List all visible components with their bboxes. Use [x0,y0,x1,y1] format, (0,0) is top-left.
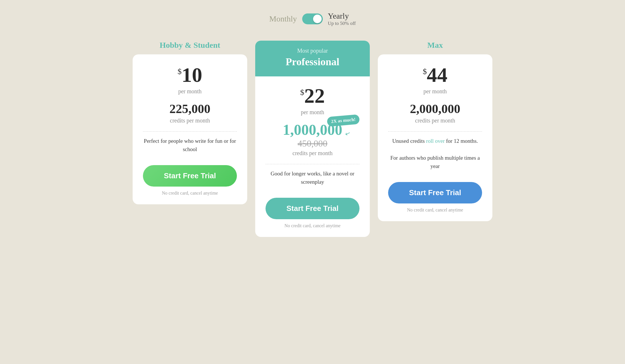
plan-professional-amount: 22 [304,86,325,106]
plan-max-credits-label: credits per month [410,117,460,124]
yearly-label: Yearly [328,11,349,21]
plan-hobby-price-row: $ 10 [178,65,202,85]
plan-max-period: per month [423,88,447,95]
plan-hobby-cta[interactable]: Start Free Trial [143,165,237,187]
plan-professional-most-popular: Most popular [261,48,364,54]
plan-max-price-row: $ 44 [423,65,447,85]
plan-professional-card: $ 22 per month 1,000,000 450,000 credits… [255,76,370,237]
plan-hobby-dollar: $ [178,67,182,76]
plan-professional-divider [266,164,359,164]
plan-professional: Most popular Professional $ 22 per month… [255,41,370,237]
plan-max-description: Unused credits roll over for 12 months. … [388,137,482,171]
plan-hobby-credits-main: 225,000 [170,102,211,116]
plan-professional-header: Most popular Professional [255,41,370,76]
plan-professional-dollar: $ [300,88,304,97]
rollover-link[interactable]: roll over [426,138,445,144]
plan-max-card: $ 44 per month 2,000,000 credits per mon… [378,54,492,221]
plan-professional-cta[interactable]: Start Free Trial [266,198,359,219]
plan-hobby-card: $ 10 per month 225,000 credits per month… [133,54,247,204]
plan-hobby-period: per month [178,88,202,95]
plan-max-credits: 2,000,000 credits per month [410,102,460,124]
plan-hobby-description: Perfect for people who write for fun or … [143,137,237,154]
yearly-group: Yearly Up to 50% off [328,11,356,26]
plan-professional-price-row: $ 22 [300,86,325,106]
plan-max-credits-main: 2,000,000 [410,102,460,116]
plans-container: Hobby & Student $ 10 per month 225,000 c… [112,41,513,237]
plan-hobby-divider [143,131,237,132]
plan-max-amount: 44 [427,65,447,85]
yearly-savings: Up to 50% off [328,21,356,26]
plan-hobby: Hobby & Student $ 10 per month 225,000 c… [133,41,247,204]
plan-hobby-no-credit: No credit card, cancel anytime [162,191,218,196]
plan-max-cta[interactable]: Start Free Trial [388,182,482,203]
plan-hobby-credits-label: credits per month [170,117,211,124]
plan-professional-credits-strikethrough: 450,000 [283,138,342,149]
monthly-label: Monthly [269,14,297,23]
plan-professional-period: per month [301,109,324,116]
plan-professional-arrow: ↙ [344,129,351,138]
plan-hobby-amount: 10 [182,65,202,85]
billing-toggle-switch[interactable] [302,13,323,24]
plan-max-divider [388,131,482,132]
plan-professional-name: Professional [261,56,364,68]
toggle-thumb [313,15,322,23]
plan-max: Max $ 44 per month 2,000,000 credits per… [378,41,492,221]
toggle-track [302,13,323,24]
plan-max-title: Max [378,41,492,50]
plan-professional-description: Good for longer works, like a novel or s… [266,169,359,186]
plan-max-no-credit: No credit card, cancel anytime [407,207,463,213]
plan-professional-credits: 1,000,000 450,000 credits per month 2X a… [283,121,342,157]
plan-professional-badge: 2X as much! [327,114,360,127]
plan-professional-no-credit: No credit card, cancel anytime [284,223,341,228]
plan-hobby-credits: 225,000 credits per month [170,102,211,124]
plan-hobby-title: Hobby & Student [133,41,247,50]
plan-professional-credits-label: credits per month [283,150,342,157]
plan-max-dollar: $ [423,67,427,76]
billing-toggle: Monthly Yearly Up to 50% off [269,11,356,26]
